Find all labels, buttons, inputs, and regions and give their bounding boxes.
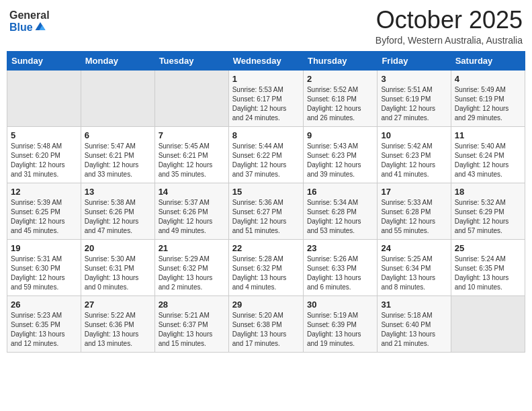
logo-blue-text: Blue (9, 21, 33, 34)
weekday-header: Tuesday (154, 51, 228, 70)
logo-general-text: General (9, 9, 50, 21)
day-number: 20 (85, 243, 151, 253)
calendar-cell: 28Sunrise: 5:21 AM Sunset: 6:37 PM Dayli… (154, 295, 228, 352)
calendar-cell: 16Sunrise: 5:34 AM Sunset: 6:28 PM Dayli… (303, 183, 377, 239)
day-number: 27 (85, 300, 151, 310)
day-number: 26 (11, 300, 77, 310)
calendar-cell (154, 70, 228, 126)
page-header: General Blue October 2025 Byford, Wester… (7, 7, 525, 46)
day-info: Sunrise: 5:52 AM Sunset: 6:18 PM Dayligh… (307, 85, 373, 123)
logo-icon (34, 20, 46, 32)
day-info: Sunrise: 5:42 AM Sunset: 6:23 PM Dayligh… (381, 142, 447, 179)
calendar-cell: 22Sunrise: 5:28 AM Sunset: 6:32 PM Dayli… (228, 239, 303, 295)
day-info: Sunrise: 5:39 AM Sunset: 6:25 PM Dayligh… (11, 198, 77, 236)
day-info: Sunrise: 5:30 AM Sunset: 6:31 PM Dayligh… (85, 255, 151, 292)
day-info: Sunrise: 5:34 AM Sunset: 6:28 PM Dayligh… (307, 198, 373, 236)
calendar-cell: 12Sunrise: 5:39 AM Sunset: 6:25 PM Dayli… (7, 183, 81, 239)
calendar-cell: 29Sunrise: 5:20 AM Sunset: 6:38 PM Dayli… (228, 295, 303, 352)
day-number: 21 (159, 243, 225, 253)
calendar-cell: 9Sunrise: 5:43 AM Sunset: 6:23 PM Daylig… (303, 126, 377, 183)
day-info: Sunrise: 5:19 AM Sunset: 6:39 PM Dayligh… (307, 311, 373, 349)
calendar-cell: 15Sunrise: 5:36 AM Sunset: 6:27 PM Dayli… (228, 183, 303, 239)
day-info: Sunrise: 5:32 AM Sunset: 6:29 PM Dayligh… (455, 198, 521, 236)
calendar-cell: 3Sunrise: 5:51 AM Sunset: 6:19 PM Daylig… (378, 70, 451, 126)
calendar-week-row: 1Sunrise: 5:53 AM Sunset: 6:17 PM Daylig… (7, 70, 525, 126)
day-number: 12 (11, 187, 77, 197)
calendar-cell: 1Sunrise: 5:53 AM Sunset: 6:17 PM Daylig… (228, 70, 303, 126)
day-info: Sunrise: 5:47 AM Sunset: 6:21 PM Dayligh… (85, 142, 151, 179)
day-info: Sunrise: 5:44 AM Sunset: 6:22 PM Dayligh… (232, 142, 300, 179)
day-number: 9 (307, 130, 373, 140)
day-number: 29 (232, 300, 300, 310)
calendar-week-row: 5Sunrise: 5:48 AM Sunset: 6:20 PM Daylig… (7, 126, 525, 183)
calendar-cell: 13Sunrise: 5:38 AM Sunset: 6:26 PM Dayli… (81, 183, 154, 239)
day-number: 25 (455, 243, 521, 253)
day-number: 15 (232, 187, 300, 197)
calendar-week-row: 19Sunrise: 5:31 AM Sunset: 6:30 PM Dayli… (7, 239, 525, 295)
calendar-cell: 5Sunrise: 5:48 AM Sunset: 6:20 PM Daylig… (7, 126, 81, 183)
day-number: 7 (159, 130, 225, 140)
day-number: 16 (307, 187, 373, 197)
calendar-week-row: 26Sunrise: 5:23 AM Sunset: 6:35 PM Dayli… (7, 295, 525, 352)
day-number: 31 (381, 300, 447, 310)
day-info: Sunrise: 5:48 AM Sunset: 6:20 PM Dayligh… (11, 142, 77, 179)
day-number: 24 (381, 243, 447, 253)
day-info: Sunrise: 5:26 AM Sunset: 6:33 PM Dayligh… (307, 255, 373, 292)
day-info: Sunrise: 5:45 AM Sunset: 6:21 PM Dayligh… (159, 142, 225, 179)
calendar-cell: 30Sunrise: 5:19 AM Sunset: 6:39 PM Dayli… (303, 295, 377, 352)
page-title: October 2025 (375, 7, 523, 34)
calendar-header-row: SundayMondayTuesdayWednesdayThursdayFrid… (7, 51, 525, 70)
calendar-cell: 18Sunrise: 5:32 AM Sunset: 6:29 PM Dayli… (451, 183, 525, 239)
day-info: Sunrise: 5:20 AM Sunset: 6:38 PM Dayligh… (232, 311, 300, 349)
calendar-cell: 19Sunrise: 5:31 AM Sunset: 6:30 PM Dayli… (7, 239, 81, 295)
calendar-cell: 31Sunrise: 5:18 AM Sunset: 6:40 PM Dayli… (378, 295, 451, 352)
day-info: Sunrise: 5:37 AM Sunset: 6:26 PM Dayligh… (159, 198, 225, 236)
day-number: 17 (381, 187, 447, 197)
day-number: 30 (307, 300, 373, 310)
day-info: Sunrise: 5:25 AM Sunset: 6:34 PM Dayligh… (381, 255, 447, 292)
day-info: Sunrise: 5:24 AM Sunset: 6:35 PM Dayligh… (455, 255, 521, 292)
weekday-header: Saturday (451, 51, 525, 70)
day-info: Sunrise: 5:18 AM Sunset: 6:40 PM Dayligh… (381, 311, 447, 349)
day-number: 18 (455, 187, 521, 197)
day-number: 11 (455, 130, 521, 140)
day-info: Sunrise: 5:53 AM Sunset: 6:17 PM Dayligh… (232, 85, 300, 123)
calendar-cell: 2Sunrise: 5:52 AM Sunset: 6:18 PM Daylig… (303, 70, 377, 126)
calendar-cell: 7Sunrise: 5:45 AM Sunset: 6:21 PM Daylig… (154, 126, 228, 183)
page-subtitle: Byford, Western Australia, Australia (375, 35, 523, 46)
day-number: 3 (381, 74, 447, 84)
calendar-cell: 4Sunrise: 5:49 AM Sunset: 6:19 PM Daylig… (451, 70, 525, 126)
calendar-cell (7, 70, 81, 126)
day-number: 10 (381, 130, 447, 140)
calendar-week-row: 12Sunrise: 5:39 AM Sunset: 6:25 PM Dayli… (7, 183, 525, 239)
title-section: October 2025 Byford, Western Australia, … (375, 7, 523, 46)
calendar-cell (451, 295, 525, 352)
calendar-cell: 17Sunrise: 5:33 AM Sunset: 6:28 PM Dayli… (378, 183, 451, 239)
weekday-header: Friday (378, 51, 451, 70)
day-number: 2 (307, 74, 373, 84)
day-info: Sunrise: 5:49 AM Sunset: 6:19 PM Dayligh… (455, 85, 521, 123)
day-info: Sunrise: 5:43 AM Sunset: 6:23 PM Dayligh… (307, 142, 373, 179)
calendar-cell: 23Sunrise: 5:26 AM Sunset: 6:33 PM Dayli… (303, 239, 377, 295)
calendar-cell: 27Sunrise: 5:22 AM Sunset: 6:36 PM Dayli… (81, 295, 154, 352)
day-info: Sunrise: 5:31 AM Sunset: 6:30 PM Dayligh… (11, 255, 77, 292)
weekday-header: Thursday (303, 51, 377, 70)
day-info: Sunrise: 5:29 AM Sunset: 6:32 PM Dayligh… (159, 255, 225, 292)
day-number: 23 (307, 243, 373, 253)
calendar-cell: 6Sunrise: 5:47 AM Sunset: 6:21 PM Daylig… (81, 126, 154, 183)
calendar-table: SundayMondayTuesdayWednesdayThursdayFrid… (7, 51, 525, 353)
calendar-cell: 24Sunrise: 5:25 AM Sunset: 6:34 PM Dayli… (378, 239, 451, 295)
logo: General Blue (9, 9, 50, 33)
day-number: 6 (85, 130, 151, 140)
day-info: Sunrise: 5:22 AM Sunset: 6:36 PM Dayligh… (85, 311, 151, 349)
day-info: Sunrise: 5:28 AM Sunset: 6:32 PM Dayligh… (232, 255, 300, 292)
day-info: Sunrise: 5:23 AM Sunset: 6:35 PM Dayligh… (11, 311, 77, 349)
calendar-cell (81, 70, 154, 126)
day-number: 14 (159, 187, 225, 197)
calendar-cell: 14Sunrise: 5:37 AM Sunset: 6:26 PM Dayli… (154, 183, 228, 239)
day-number: 8 (232, 130, 300, 140)
day-number: 19 (11, 243, 77, 253)
day-number: 28 (159, 300, 225, 310)
calendar-cell: 11Sunrise: 5:40 AM Sunset: 6:24 PM Dayli… (451, 126, 525, 183)
day-number: 22 (232, 243, 300, 253)
